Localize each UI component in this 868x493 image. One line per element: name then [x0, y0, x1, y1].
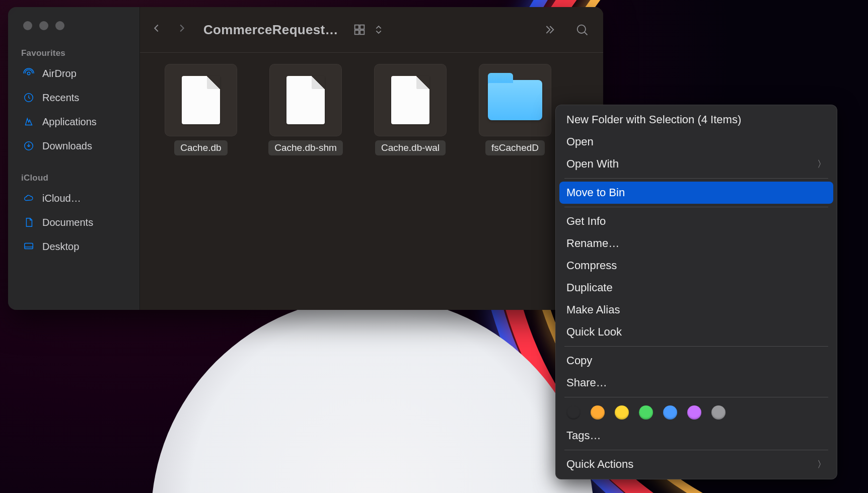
desktop-icon	[22, 240, 35, 253]
cm-open[interactable]: Open	[559, 131, 833, 153]
nav-back-button[interactable]	[151, 21, 162, 39]
sidebar-item-airdrop[interactable]: AirDrop	[14, 62, 133, 85]
cm-tag-colors	[559, 400, 833, 425]
download-icon	[22, 139, 35, 152]
cm-share[interactable]: Share…	[559, 372, 833, 394]
cm-item-label: Compress	[566, 259, 617, 272]
cm-item-label: Open With	[566, 157, 619, 171]
icon-view-icon	[352, 23, 367, 37]
sidebar-item-label: Recents	[42, 92, 128, 104]
cm-quick-look[interactable]: Quick Look	[559, 321, 833, 343]
sidebar-item-label: iCloud…	[42, 193, 128, 204]
tag-purple[interactable]	[687, 405, 701, 420]
tag-blue[interactable]	[663, 405, 677, 420]
cm-separator	[564, 346, 828, 347]
svg-rect-7	[360, 30, 364, 34]
sidebar-section-icloud: iCloud	[21, 173, 133, 183]
file-item[interactable]: Cache.db-shm	[263, 64, 348, 155]
svg-rect-4	[355, 25, 359, 29]
file-label: Cache.db-wal	[375, 140, 446, 155]
sidebar-item-label: Desktop	[42, 241, 128, 253]
cm-separator	[564, 397, 828, 397]
nav-forward-button[interactable]	[176, 21, 187, 39]
toolbar-overflow-button[interactable]	[542, 23, 556, 37]
cm-item-label: Quick Actions	[566, 458, 633, 471]
minimize-button[interactable]	[39, 21, 48, 30]
cm-quick-actions[interactable]: Quick Actions 〉	[559, 453, 833, 475]
tag-yellow[interactable]	[615, 405, 629, 420]
file-item[interactable]: Cache.db	[158, 64, 244, 155]
file-label: fsCachedD	[485, 140, 545, 155]
cm-item-label: Open	[566, 135, 594, 148]
applications-icon	[22, 115, 35, 128]
svg-rect-3	[25, 243, 33, 249]
sidebar-item-downloads[interactable]: Downloads	[14, 135, 133, 157]
svg-rect-5	[360, 25, 364, 29]
finder-toolbar: CommerceRequest…	[140, 7, 603, 53]
sidebar-section-favourites: Favourites	[21, 48, 133, 58]
search-button[interactable]	[575, 23, 589, 37]
file-grid[interactable]: Cache.db Cache.db-shm Cache.db-wal fsCac…	[140, 53, 603, 310]
tag-grey[interactable]	[711, 405, 726, 420]
airdrop-icon	[22, 67, 35, 80]
tag-green[interactable]	[639, 405, 653, 420]
cm-item-label: New Folder with Selection (4 Items)	[566, 113, 741, 126]
cm-separator	[564, 207, 828, 207]
cm-rename[interactable]: Rename…	[559, 232, 833, 255]
cm-item-label: Get Info	[566, 215, 606, 228]
cm-item-label: Duplicate	[566, 281, 613, 294]
cm-move-to-bin[interactable]: Move to Bin	[559, 182, 833, 204]
sidebar-item-label: Applications	[42, 116, 128, 128]
cm-separator	[564, 450, 828, 450]
cm-item-label: Tags…	[566, 429, 601, 442]
svg-rect-6	[355, 30, 359, 34]
chevron-right-icon: 〉	[817, 458, 826, 470]
cm-get-info[interactable]: Get Info	[559, 210, 833, 232]
cm-item-label: Rename…	[566, 237, 619, 250]
sidebar-item-label: Documents	[42, 217, 128, 228]
cm-make-alias[interactable]: Make Alias	[559, 299, 833, 321]
finder-window: Favourites AirDrop Recents Applications …	[8, 7, 603, 310]
cm-item-label: Make Alias	[566, 303, 620, 316]
folder-icon	[479, 64, 551, 136]
file-label: Cache.db	[174, 140, 227, 155]
sidebar-item-label: Downloads	[42, 140, 128, 152]
sidebar-item-label: AirDrop	[42, 68, 128, 79]
view-style-control[interactable]	[352, 23, 386, 37]
finder-main: CommerceRequest… Cache.db	[140, 7, 603, 310]
clock-icon	[22, 91, 35, 104]
cm-new-folder-selection[interactable]: New Folder with Selection (4 Items)	[559, 109, 833, 131]
folder-title: CommerceRequest…	[203, 22, 339, 38]
close-button[interactable]	[23, 21, 32, 30]
chevron-up-down-icon	[372, 23, 386, 37]
window-controls	[23, 21, 133, 30]
cm-item-label: Quick Look	[566, 325, 622, 339]
finder-sidebar: Favourites AirDrop Recents Applications …	[8, 7, 140, 310]
cm-open-with[interactable]: Open With 〉	[559, 153, 833, 175]
cm-item-label: Move to Bin	[566, 186, 625, 199]
sidebar-item-icloud[interactable]: iCloud…	[14, 187, 133, 209]
file-icon	[374, 64, 447, 136]
sidebar-item-desktop[interactable]: Desktop	[14, 235, 133, 258]
context-menu: New Folder with Selection (4 Items) Open…	[555, 105, 837, 479]
cm-compress[interactable]: Compress	[559, 255, 833, 277]
sidebar-item-documents[interactable]: Documents	[14, 211, 133, 233]
svg-point-8	[577, 25, 586, 33]
svg-point-0	[27, 72, 30, 75]
cm-item-label: Copy	[566, 354, 592, 367]
cm-duplicate[interactable]: Duplicate	[559, 277, 833, 299]
file-icon	[165, 64, 237, 136]
sidebar-item-recents[interactable]: Recents	[14, 87, 133, 109]
sidebar-item-applications[interactable]: Applications	[14, 111, 133, 133]
file-icon	[269, 64, 342, 136]
document-icon	[22, 216, 35, 229]
chevron-right-icon: 〉	[817, 158, 826, 170]
zoom-button[interactable]	[55, 21, 64, 30]
file-item[interactable]: fsCachedD	[472, 64, 558, 155]
tag-red[interactable]	[566, 405, 581, 420]
file-item[interactable]: Cache.db-wal	[368, 64, 453, 155]
cm-item-label: Share…	[566, 376, 607, 389]
tag-orange[interactable]	[591, 405, 605, 420]
cm-copy[interactable]: Copy	[559, 350, 833, 372]
cm-tags[interactable]: Tags…	[559, 425, 833, 447]
